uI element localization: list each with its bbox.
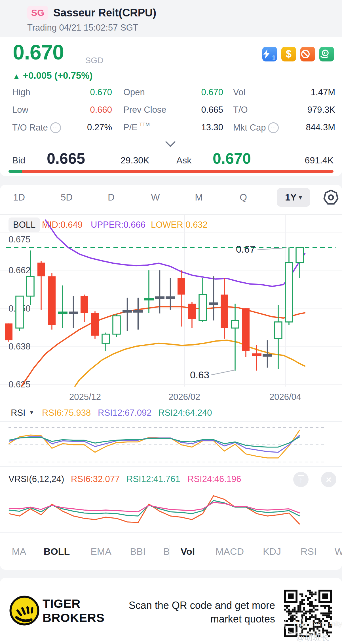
market-badge: SG [27,6,48,20]
rsi-chart[interactable] [0,423,342,466]
expand-stats-chevron-icon[interactable] [167,138,175,147]
vrsi6-value: RSI6:32.077 [71,474,120,484]
tab-group-divider [170,545,170,560]
indicator-tab-clipped[interactable]: B [163,546,170,557]
indicator-tab-bbi[interactable]: BBI [130,546,146,557]
stat-label: T/O Rate··· [12,122,61,133]
close-indicator-button[interactable]: × [321,472,336,487]
badge-number: 1 [272,54,275,61]
info-icon[interactable]: ··· [268,122,279,133]
ask-label: Ask [176,155,191,166]
indicator-tab-macd[interactable]: MACD [216,546,244,557]
brand-line2: BROKERS [43,611,105,625]
move-to-top-button[interactable]: ↑ [293,472,309,487]
indicator-tab-boll[interactable]: BOLL [44,546,70,557]
stat-label: T/O [233,105,248,115]
brand-line1: TIGER [43,596,105,611]
stat-value: 0.27% [61,122,112,133]
stat-label: Prev Close [123,105,166,115]
stat-label: Low [12,105,28,115]
stat-label: Open [123,87,145,97]
close-icon: × [326,475,332,484]
page-title: Sasseur Reit(CRPU) [53,7,156,19]
tab-5d[interactable]: 5D [61,192,73,203]
stats-row-2: Low0.660 Prev Close0.665 T/O979.3K [0,105,342,117]
arrow-to-top-icon: ↑ [298,475,304,484]
stats-row-3: T/O Rate··· 0.27% P/ETTM 13.30 Mkt Cap··… [0,122,342,135]
change-value: +0.005 (+0.75%) [23,70,93,81]
stat-label: P/ETTM [123,122,150,133]
divider [0,466,342,467]
ask-bar-segment [22,170,333,173]
svg-text:0.67: 0.67 [236,244,255,255]
candlestick-chart[interactable]: 0.6750.6620.6500.6380.6250.670.632025/12… [0,211,342,402]
vrsi24-value: RSI24:46.196 [187,474,241,484]
price-change: ▲+0.005 (+0.75%) [13,70,93,81]
chart-settings-icon[interactable] [322,189,340,206]
rsi-indicator-label[interactable]: RSI [11,408,26,418]
stats-row-1: High0.670 Open0.670 Vol1.47M [0,87,342,100]
tab-quarter[interactable]: Q [240,192,247,203]
currency-label: SGD [85,56,104,65]
svg-text:2026/02: 2026/02 [168,392,200,402]
dollar-glyph: $ [286,48,292,60]
indicator-tab-ma[interactable]: MA [12,546,26,557]
stat-value: 0.665 [172,105,223,115]
ask-price[interactable]: 0.670 [213,150,251,167]
stat-value: 844.3M [284,122,335,133]
indicator-tab-ema[interactable]: EMA [90,546,111,557]
svg-text:0.675: 0.675 [9,234,31,244]
ttm-superscript: TTM [139,122,150,128]
cashback-icon[interactable]: C [319,47,334,61]
tiger-brokers-logo [9,595,40,626]
stat-label: Mkt Cap··· [233,122,279,133]
rsi-dropdown-caret-icon[interactable]: ▼ [29,410,34,416]
stat-label-text: T/O Rate [12,123,48,133]
tab-1d[interactable]: 1D [13,192,25,203]
order-book-row: Bid 0.665 29.30K Ask 0.670 691.4K [0,152,342,164]
stat-label: High [12,87,30,97]
indicator-tab-vol[interactable]: Vol [181,546,195,557]
ask-size: 691.4K [282,155,333,166]
indicator-tab-rsi[interactable]: RSI [301,546,317,557]
stat-value: 13.30 [172,122,223,133]
stock-detail-page: { "colors": { "green": "#0f9c59", "candl… [0,0,342,644]
stat-value: 0.670 [172,87,223,97]
bid-label: Bid [12,155,25,166]
no-short-icon[interactable] [300,47,315,61]
brand-name: TIGERBROKERS [43,596,105,625]
rsi-header-row: RSI ▼ RSI6:75.938 RSI12:67.092 RSI24:64.… [0,408,342,421]
rsi24-value: RSI24:64.240 [158,408,212,418]
bolt-icon [262,49,271,59]
stat-value: 1.47M [284,87,335,97]
no-entry-glyph [300,49,311,59]
tab-week[interactable]: W [151,192,160,203]
dollar-icon[interactable]: $ [281,47,296,61]
bid-size: 29.30K [121,155,149,166]
tab-day[interactable]: D [108,192,115,203]
vrsi12-value: RSI12:41.761 [126,474,180,484]
tab-month[interactable]: M [195,192,203,203]
vrsi-chart[interactable] [0,489,342,532]
indicator-tab-kdj[interactable]: KDJ [263,546,281,557]
tab-1y-selected[interactable]: 1Y▾ [277,188,310,207]
indicator-tab-clipped-right[interactable]: W [335,546,342,557]
stat-value: 0.660 [61,105,112,115]
svg-text:C: C [324,51,327,55]
rsi6-value: RSI6:75.938 [42,408,91,418]
svg-text:0.638: 0.638 [9,342,31,351]
info-icon[interactable]: ··· [50,122,61,133]
coin-hand-glyph: C [319,49,330,59]
vrsi-indicator-label[interactable]: VRSI(6,12,24) [9,474,64,484]
svg-text:0.625: 0.625 [9,379,31,389]
bid-ask-ratio-bar [9,170,333,173]
slogan-line2: market quotes [129,612,275,626]
flash-order-icon[interactable]: 1 [262,47,277,61]
stat-label-text: Mkt Cap [233,123,266,133]
chevron-down-icon: ▾ [299,194,302,201]
bid-price[interactable]: 0.665 [47,150,85,167]
stat-value: 979.3K [284,105,335,115]
selected-timeframe-label: 1Y [285,192,296,203]
svg-text:2025/12: 2025/12 [69,392,101,402]
rsi12-value: RSI12:67.092 [98,408,152,418]
